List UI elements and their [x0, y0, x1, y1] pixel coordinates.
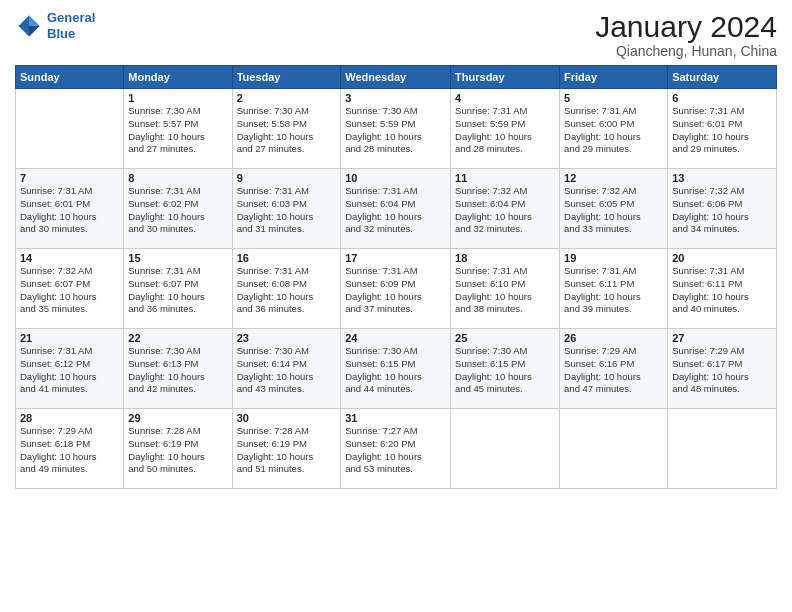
day-info: Sunrise: 7:30 AMSunset: 5:58 PMDaylight:…: [237, 105, 337, 156]
day-info: Sunrise: 7:32 AMSunset: 6:04 PMDaylight:…: [455, 185, 555, 236]
subtitle: Qiancheng, Hunan, China: [595, 43, 777, 59]
calendar-cell: 11Sunrise: 7:32 AMSunset: 6:04 PMDayligh…: [451, 169, 560, 249]
day-info: Sunrise: 7:31 AMSunset: 6:10 PMDaylight:…: [455, 265, 555, 316]
day-number: 31: [345, 412, 446, 424]
calendar-cell: 21Sunrise: 7:31 AMSunset: 6:12 PMDayligh…: [16, 329, 124, 409]
logo-text: General Blue: [47, 10, 95, 41]
logo-blue: Blue: [47, 26, 75, 41]
day-number: 17: [345, 252, 446, 264]
weekday-header-friday: Friday: [560, 66, 668, 89]
day-number: 8: [128, 172, 227, 184]
day-number: 24: [345, 332, 446, 344]
day-number: 30: [237, 412, 337, 424]
calendar-cell: 4Sunrise: 7:31 AMSunset: 5:59 PMDaylight…: [451, 89, 560, 169]
calendar-cell: 1Sunrise: 7:30 AMSunset: 5:57 PMDaylight…: [124, 89, 232, 169]
calendar-week-4: 21Sunrise: 7:31 AMSunset: 6:12 PMDayligh…: [16, 329, 777, 409]
day-number: 19: [564, 252, 663, 264]
calendar-cell: [560, 409, 668, 489]
calendar-table: SundayMondayTuesdayWednesdayThursdayFrid…: [15, 65, 777, 489]
day-number: 12: [564, 172, 663, 184]
calendar-cell: 13Sunrise: 7:32 AMSunset: 6:06 PMDayligh…: [668, 169, 777, 249]
day-info: Sunrise: 7:27 AMSunset: 6:20 PMDaylight:…: [345, 425, 446, 476]
calendar-cell: 27Sunrise: 7:29 AMSunset: 6:17 PMDayligh…: [668, 329, 777, 409]
calendar-body: 1Sunrise: 7:30 AMSunset: 5:57 PMDaylight…: [16, 89, 777, 489]
day-info: Sunrise: 7:30 AMSunset: 6:14 PMDaylight:…: [237, 345, 337, 396]
calendar-cell: 6Sunrise: 7:31 AMSunset: 6:01 PMDaylight…: [668, 89, 777, 169]
calendar-cell: 3Sunrise: 7:30 AMSunset: 5:59 PMDaylight…: [341, 89, 451, 169]
day-number: 14: [20, 252, 119, 264]
day-number: 25: [455, 332, 555, 344]
day-number: 21: [20, 332, 119, 344]
calendar-cell: 22Sunrise: 7:30 AMSunset: 6:13 PMDayligh…: [124, 329, 232, 409]
calendar-cell: 24Sunrise: 7:30 AMSunset: 6:15 PMDayligh…: [341, 329, 451, 409]
calendar-cell: 25Sunrise: 7:30 AMSunset: 6:15 PMDayligh…: [451, 329, 560, 409]
calendar-week-1: 1Sunrise: 7:30 AMSunset: 5:57 PMDaylight…: [16, 89, 777, 169]
page: General Blue January 2024 Qiancheng, Hun…: [0, 0, 792, 612]
calendar-cell: 16Sunrise: 7:31 AMSunset: 6:08 PMDayligh…: [232, 249, 341, 329]
calendar-cell: 31Sunrise: 7:27 AMSunset: 6:20 PMDayligh…: [341, 409, 451, 489]
weekday-header-monday: Monday: [124, 66, 232, 89]
day-number: 26: [564, 332, 663, 344]
weekday-header-wednesday: Wednesday: [341, 66, 451, 89]
day-number: 20: [672, 252, 772, 264]
day-number: 2: [237, 92, 337, 104]
weekday-header-thursday: Thursday: [451, 66, 560, 89]
calendar-cell: 17Sunrise: 7:31 AMSunset: 6:09 PMDayligh…: [341, 249, 451, 329]
logo-icon: [15, 12, 43, 40]
calendar-cell: 14Sunrise: 7:32 AMSunset: 6:07 PMDayligh…: [16, 249, 124, 329]
day-number: 22: [128, 332, 227, 344]
day-number: 10: [345, 172, 446, 184]
logo: General Blue: [15, 10, 95, 41]
calendar-cell: 7Sunrise: 7:31 AMSunset: 6:01 PMDaylight…: [16, 169, 124, 249]
day-number: 28: [20, 412, 119, 424]
calendar-cell: 5Sunrise: 7:31 AMSunset: 6:00 PMDaylight…: [560, 89, 668, 169]
calendar-week-3: 14Sunrise: 7:32 AMSunset: 6:07 PMDayligh…: [16, 249, 777, 329]
day-number: 4: [455, 92, 555, 104]
calendar-cell: 19Sunrise: 7:31 AMSunset: 6:11 PMDayligh…: [560, 249, 668, 329]
day-number: 27: [672, 332, 772, 344]
weekday-header-tuesday: Tuesday: [232, 66, 341, 89]
day-info: Sunrise: 7:31 AMSunset: 6:07 PMDaylight:…: [128, 265, 227, 316]
day-number: 1: [128, 92, 227, 104]
day-info: Sunrise: 7:31 AMSunset: 6:00 PMDaylight:…: [564, 105, 663, 156]
day-number: 13: [672, 172, 772, 184]
day-info: Sunrise: 7:31 AMSunset: 5:59 PMDaylight:…: [455, 105, 555, 156]
day-info: Sunrise: 7:31 AMSunset: 6:01 PMDaylight:…: [20, 185, 119, 236]
calendar-cell: [668, 409, 777, 489]
calendar-cell: 10Sunrise: 7:31 AMSunset: 6:04 PMDayligh…: [341, 169, 451, 249]
day-number: 15: [128, 252, 227, 264]
day-info: Sunrise: 7:28 AMSunset: 6:19 PMDaylight:…: [237, 425, 337, 476]
weekday-header-saturday: Saturday: [668, 66, 777, 89]
day-info: Sunrise: 7:30 AMSunset: 5:59 PMDaylight:…: [345, 105, 446, 156]
day-info: Sunrise: 7:31 AMSunset: 6:09 PMDaylight:…: [345, 265, 446, 316]
day-info: Sunrise: 7:31 AMSunset: 6:08 PMDaylight:…: [237, 265, 337, 316]
day-number: 5: [564, 92, 663, 104]
svg-marker-1: [29, 15, 40, 26]
logo-general: General: [47, 10, 95, 25]
day-number: 3: [345, 92, 446, 104]
day-info: Sunrise: 7:30 AMSunset: 6:15 PMDaylight:…: [455, 345, 555, 396]
calendar-cell: 9Sunrise: 7:31 AMSunset: 6:03 PMDaylight…: [232, 169, 341, 249]
day-number: 23: [237, 332, 337, 344]
day-number: 29: [128, 412, 227, 424]
calendar-cell: 23Sunrise: 7:30 AMSunset: 6:14 PMDayligh…: [232, 329, 341, 409]
day-number: 6: [672, 92, 772, 104]
day-info: Sunrise: 7:29 AMSunset: 6:18 PMDaylight:…: [20, 425, 119, 476]
day-info: Sunrise: 7:32 AMSunset: 6:05 PMDaylight:…: [564, 185, 663, 236]
calendar-cell: [451, 409, 560, 489]
day-number: 7: [20, 172, 119, 184]
day-number: 9: [237, 172, 337, 184]
day-info: Sunrise: 7:30 AMSunset: 5:57 PMDaylight:…: [128, 105, 227, 156]
calendar-cell: 18Sunrise: 7:31 AMSunset: 6:10 PMDayligh…: [451, 249, 560, 329]
calendar-cell: 2Sunrise: 7:30 AMSunset: 5:58 PMDaylight…: [232, 89, 341, 169]
day-info: Sunrise: 7:31 AMSunset: 6:11 PMDaylight:…: [672, 265, 772, 316]
day-info: Sunrise: 7:28 AMSunset: 6:19 PMDaylight:…: [128, 425, 227, 476]
day-info: Sunrise: 7:31 AMSunset: 6:11 PMDaylight:…: [564, 265, 663, 316]
calendar-cell: 20Sunrise: 7:31 AMSunset: 6:11 PMDayligh…: [668, 249, 777, 329]
calendar-cell: 12Sunrise: 7:32 AMSunset: 6:05 PMDayligh…: [560, 169, 668, 249]
day-info: Sunrise: 7:31 AMSunset: 6:01 PMDaylight:…: [672, 105, 772, 156]
day-info: Sunrise: 7:31 AMSunset: 6:03 PMDaylight:…: [237, 185, 337, 236]
day-info: Sunrise: 7:31 AMSunset: 6:12 PMDaylight:…: [20, 345, 119, 396]
svg-marker-2: [29, 26, 40, 37]
calendar-cell: [16, 89, 124, 169]
